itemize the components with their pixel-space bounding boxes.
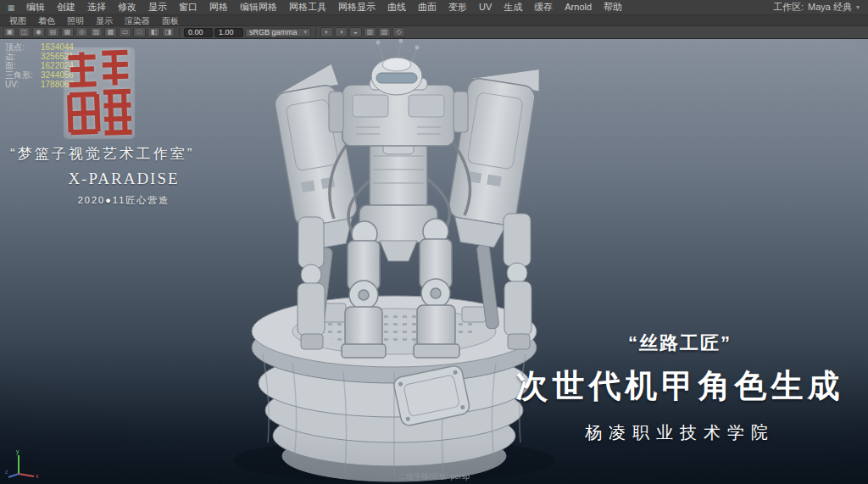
chevron-down-icon: ▾ <box>303 29 307 36</box>
menu-item[interactable]: 网格显示 <box>332 0 381 14</box>
menu-item[interactable]: 缓存 <box>528 0 559 14</box>
two-d-pan-zoom-icon[interactable]: ◎ <box>75 27 88 37</box>
toolbar-icons-right: ◐◑◒▥▧◇ <box>320 27 405 37</box>
menu-item[interactable]: Arnold <box>559 0 598 14</box>
menu-item[interactable]: UV <box>473 0 498 14</box>
panel-menu-item[interactable]: 着色 <box>32 15 61 26</box>
toolbar-icons-left: ▣◫◉▤▦◎▨▩▭□◧◨ <box>3 27 175 37</box>
hud-label: 面: <box>5 61 41 70</box>
panel-menu-item[interactable]: 面板 <box>156 15 185 26</box>
bookmarks-icon[interactable]: ▤ <box>47 27 59 37</box>
menu-item[interactable]: 网格 <box>203 0 234 14</box>
toolbar-separator <box>315 28 316 37</box>
menu-item[interactable]: 变形 <box>442 0 473 14</box>
menu-items: 编辑创建选择修改显示窗口网格编辑网格网格工具网格显示曲线曲面变形UV生成缓存Ar… <box>20 0 628 14</box>
grease-pencil-icon[interactable]: ▨ <box>90 27 103 37</box>
film-gate-icon[interactable]: ▭ <box>119 27 131 37</box>
title-quote: “丝路工匠” <box>497 331 863 356</box>
mech-head <box>371 39 422 95</box>
resolution-gate-icon[interactable]: □ <box>133 27 146 37</box>
subtitle: 杨凌职业技术学院 <box>497 421 863 444</box>
gate-mask-icon[interactable]: ◧ <box>147 27 160 37</box>
workspace-label: 工作区: <box>773 1 804 14</box>
axis-y-label: y <box>16 448 19 455</box>
studio-year: 2020●11匠心营造 <box>10 194 237 207</box>
title-block: “丝路工匠” 次世代机甲角色生成 杨凌职业技术学院 <box>497 331 863 444</box>
colorspace-dropdown[interactable]: sRGB gamma ▾ <box>245 28 311 37</box>
workspace-value: Maya 经典 <box>808 1 852 14</box>
select-camera-icon[interactable]: ▣ <box>3 27 16 37</box>
studio-name: “梦篮子视觉艺术工作室” <box>10 144 237 164</box>
hud-label: UV: <box>5 80 41 89</box>
image-plane-icon[interactable]: ▦ <box>61 27 74 37</box>
maya-window: ▦ 编辑创建选择修改显示窗口网格编辑网格网格工具网格显示曲线曲面变形UV生成缓存… <box>0 0 868 484</box>
isolate-select-icon[interactable]: ◇ <box>392 27 405 37</box>
studio-watermark: “梦篮子视觉艺术工作室” X-PARADISE 2020●11匠心营造 <box>10 144 237 207</box>
menu-item[interactable]: 网格工具 <box>283 0 332 14</box>
workspace-selector[interactable]: 工作区: Maya 经典 ▾ <box>773 1 863 14</box>
ambient-occlusion-icon[interactable]: ◒ <box>349 27 362 37</box>
shadows-icon[interactable]: ◑ <box>335 27 348 37</box>
menu-item[interactable]: 修改 <box>112 0 142 14</box>
menu-item[interactable]: 编辑网格 <box>234 0 283 14</box>
exposure-field[interactable]: 0.00 <box>184 28 213 37</box>
main-title: 次世代机甲角色生成 <box>497 364 863 408</box>
menu-item[interactable]: 曲面 <box>412 0 442 14</box>
grid-icon[interactable]: ▩ <box>104 27 117 37</box>
menu-item[interactable]: 曲线 <box>381 0 412 14</box>
hud-label: 三角形: <box>5 70 41 80</box>
colorspace-value: sRGB gamma <box>249 28 298 36</box>
panel-menu-bar: 视图着色照明显示渲染器面板 <box>0 15 868 26</box>
viewport[interactable]: 顶点: 1634044 边: 3256521 面: 1622024 三角形: 3… <box>0 39 868 484</box>
motion-blur-icon[interactable]: ▥ <box>364 27 376 37</box>
panel-toolbar: ▣◫◉▤▦◎▨▩▭□◧◨ 0.00 1.00 sRGB gamma ▾ ◐◑◒▥… <box>0 26 868 39</box>
menu-item[interactable]: 显示 <box>142 0 173 14</box>
toolbar-separator <box>179 28 180 37</box>
multisample-aa-icon[interactable]: ▧ <box>378 27 391 37</box>
lock-camera-icon[interactable]: ◫ <box>18 27 31 37</box>
maya-logo-icon: ▦ <box>5 3 17 13</box>
artist-seal <box>63 47 136 140</box>
panel-menu-item[interactable]: 照明 <box>61 15 90 26</box>
menu-item[interactable]: 窗口 <box>173 0 203 14</box>
panel-menu-item[interactable]: 视图 <box>3 15 32 26</box>
menu-item[interactable]: 生成 <box>498 0 528 14</box>
lighting-icon[interactable]: ◐ <box>320 27 333 37</box>
panel-menu-item[interactable]: 渲染器 <box>119 15 156 26</box>
camera-hint: 二维平移/缩放: persp <box>0 471 868 482</box>
menu-item[interactable]: 创建 <box>51 0 81 14</box>
safe-action-icon[interactable]: ◨ <box>162 27 175 37</box>
menu-item[interactable]: 帮助 <box>598 0 628 14</box>
camera-attributes-icon[interactable]: ◉ <box>32 27 45 37</box>
chevron-down-icon: ▾ <box>856 3 860 11</box>
panel-menu-item[interactable]: 显示 <box>90 15 119 26</box>
studio-name-en: X-PARADISE <box>10 170 237 188</box>
gamma-field[interactable]: 1.00 <box>214 28 243 37</box>
menu-item[interactable]: 编辑 <box>20 0 51 14</box>
menu-item[interactable]: 选择 <box>81 0 112 14</box>
hud-label: 顶点: <box>5 42 41 52</box>
menu-bar: ▦ 编辑创建选择修改显示窗口网格编辑网格网格工具网格显示曲线曲面变形UV生成缓存… <box>0 0 868 15</box>
hud-label: 边: <box>5 52 41 61</box>
